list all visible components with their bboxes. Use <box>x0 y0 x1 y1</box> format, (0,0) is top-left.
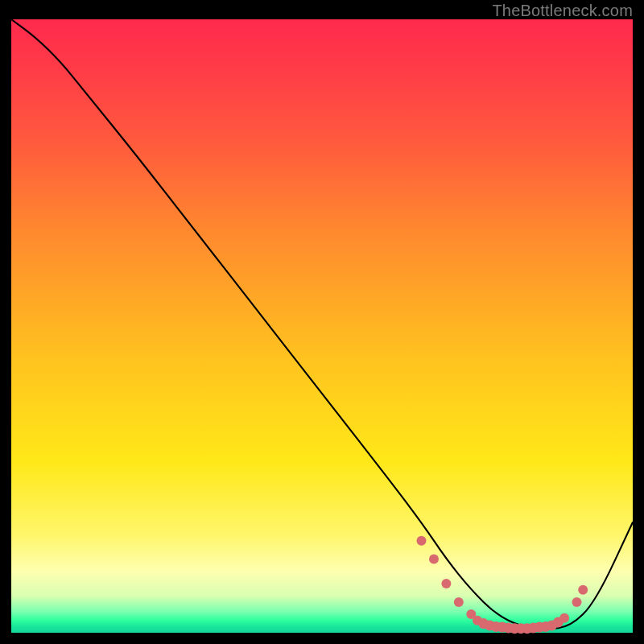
data-marker <box>572 597 582 607</box>
data-marker <box>441 579 451 588</box>
data-marker <box>454 597 464 607</box>
plot-frame <box>11 19 633 633</box>
chart-svg <box>11 19 633 633</box>
data-marker <box>417 536 427 546</box>
chart-stage: TheBottleneck.com <box>0 0 644 644</box>
marker-layer <box>417 536 588 634</box>
data-marker <box>429 555 439 564</box>
data-marker <box>578 585 588 595</box>
bottleneck-curve <box>11 19 633 629</box>
data-marker <box>559 613 569 623</box>
watermark-text: TheBottleneck.com <box>492 2 633 20</box>
